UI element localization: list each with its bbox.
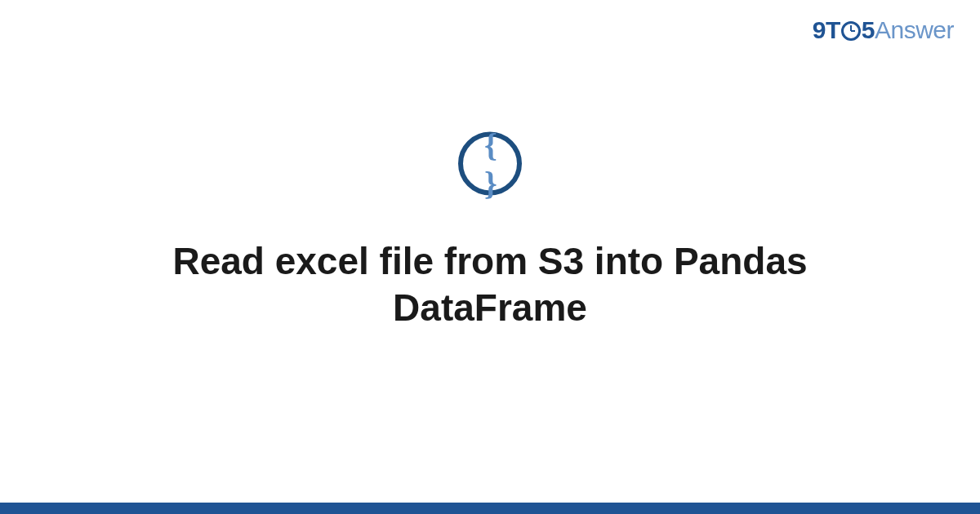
- main-content: { } Read excel file from S3 into Pandas …: [49, 131, 931, 331]
- footer-bar: [0, 503, 980, 514]
- logo-t: T: [826, 16, 840, 43]
- logo-answer: Answer: [875, 16, 954, 43]
- page-title: Read excel file from S3 into Pandas Data…: [155, 237, 825, 331]
- code-braces-icon: { }: [458, 131, 522, 195]
- logo-five: 5: [862, 16, 875, 43]
- site-logo: 9T5Answer: [813, 16, 954, 44]
- clock-icon: [841, 21, 861, 41]
- logo-nine: 9: [813, 16, 826, 43]
- braces-glyph: { }: [477, 125, 504, 202]
